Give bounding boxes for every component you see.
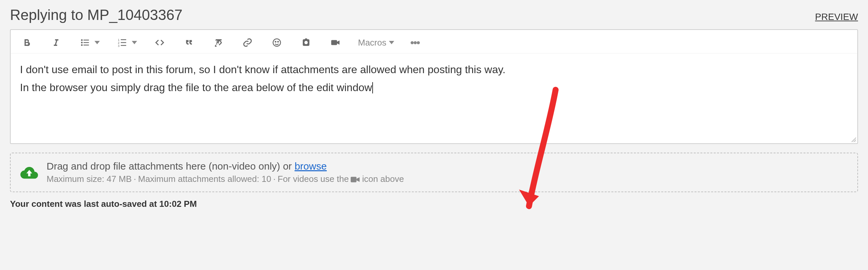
svg-point-2 [81,44,83,46]
text-cursor [372,82,373,94]
more-options-button[interactable]: ••• [410,37,420,49]
svg-point-16 [275,41,276,42]
chevron-down-icon [94,41,100,44]
link-button[interactable] [241,36,254,49]
svg-line-14 [219,42,222,45]
video-button[interactable] [329,36,342,49]
editor-box: 123 T [10,29,858,144]
svg-rect-10 [121,42,126,43]
svg-point-18 [304,41,308,44]
svg-rect-11 [121,45,126,46]
svg-point-1 [81,42,83,43]
preview-link[interactable]: PREVIEW [815,12,858,22]
quote-button[interactable] [182,36,196,49]
svg-rect-20 [351,177,356,182]
browse-link[interactable]: browse [294,161,327,172]
editor-toolbar: 123 T [11,30,857,54]
svg-rect-19 [331,40,337,45]
numbered-list-button[interactable]: 123 [116,36,137,49]
emoji-button[interactable] [270,36,283,49]
svg-point-0 [81,39,83,41]
numbered-list-icon: 123 [116,36,129,49]
bullet-list-button[interactable] [79,36,100,49]
editor-line: In the browser you simply drag the file … [20,79,848,96]
editor-line: I don't use email to post in this forum,… [20,62,848,78]
svg-point-17 [278,41,279,42]
svg-text:3: 3 [118,44,119,47]
dropzone-hint: Maximum size: 47 MB · Maximum attachment… [46,174,848,184]
bold-button[interactable] [20,36,33,49]
autosave-status: Your content was last auto-saved at 10:0… [10,199,858,209]
chevron-down-icon [389,41,394,44]
svg-rect-5 [84,44,89,45]
image-button[interactable] [300,36,313,49]
upload-cloud-icon [20,165,39,180]
svg-text:T: T [215,39,219,46]
video-icon [351,174,360,184]
svg-rect-3 [84,40,89,40]
bullet-list-icon [79,36,92,49]
macros-dropdown[interactable]: Macros [358,38,394,48]
resize-handle[interactable] [850,136,856,142]
svg-rect-4 [84,42,89,43]
chevron-down-icon [132,41,137,44]
svg-point-15 [273,39,281,46]
code-button[interactable] [153,36,166,49]
italic-button[interactable] [49,36,63,49]
attachment-dropzone[interactable]: Drag and drop file attachments here (non… [10,153,858,192]
editor-textarea[interactable]: I don't use email to post in this forum,… [11,54,857,143]
dropzone-prompt: Drag and drop file attachments here (non… [46,161,848,172]
clear-format-button[interactable]: T [212,36,225,49]
page-title: Replying to MP_10403367 [10,7,183,23]
macros-label: Macros [358,38,386,48]
svg-rect-9 [121,39,126,40]
